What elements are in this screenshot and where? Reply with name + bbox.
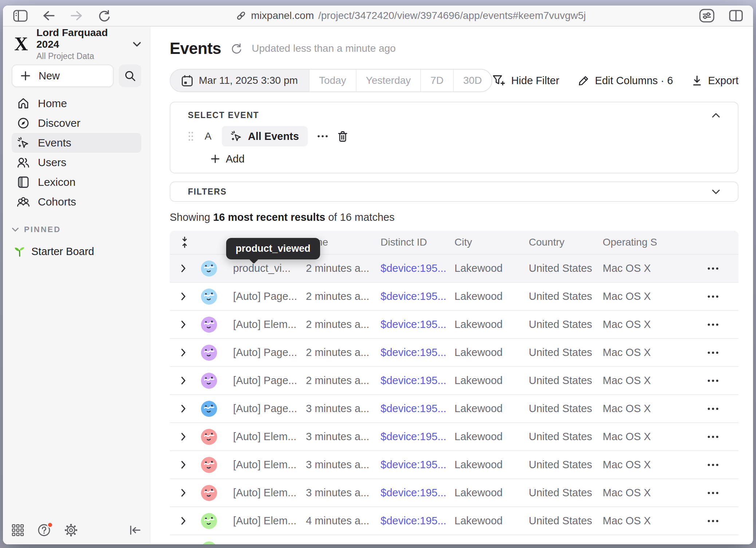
collapse-rows-icon[interactable]: [181, 236, 201, 248]
table-row[interactable]: [Auto] Page... 2 minutes a... $device:19…: [170, 283, 739, 311]
delete-event-icon[interactable]: [338, 131, 348, 142]
row-actions-icon[interactable]: [688, 295, 739, 298]
column-header-distinct-id[interactable]: Distinct ID: [381, 236, 454, 248]
sidebar-item-discover[interactable]: Discover: [12, 113, 141, 133]
expand-row-icon[interactable]: [181, 432, 201, 441]
expand-row-icon[interactable]: [181, 264, 201, 273]
table-row[interactable]: [Auto] Elem... 4 minutes a... $device:19…: [170, 507, 739, 535]
row-actions-icon[interactable]: [688, 435, 739, 438]
address-bar[interactable]: mixpanel.com/project/3472420/view/397469…: [151, 10, 670, 21]
column-header-os[interactable]: Operating S: [603, 236, 688, 248]
sidebar-item-home[interactable]: Home: [12, 94, 141, 113]
range-7d[interactable]: 7D: [421, 70, 454, 91]
row-actions-icon[interactable]: [688, 323, 739, 326]
table-row[interactable]: [Auto] Elem... 3 minutes a... $device:19…: [170, 479, 739, 507]
event-name-cell[interactable]: [Auto] Elem...: [233, 515, 306, 527]
help-button[interactable]: [37, 523, 51, 537]
event-name-cell[interactable]: [Auto] Page...: [233, 403, 306, 415]
expand-row-icon[interactable]: [181, 461, 201, 469]
time-cell: 2 minutes a...: [306, 375, 381, 387]
table-row[interactable]: [Auto] Elem... 3 minutes a... $device:19…: [170, 451, 739, 479]
range-today[interactable]: Today: [310, 70, 357, 91]
expand-row-icon[interactable]: [181, 404, 201, 413]
hide-filter-label: Hide Filter: [511, 75, 559, 87]
distinct-id-cell[interactable]: $device:195...: [381, 318, 454, 330]
new-button[interactable]: New: [12, 64, 114, 87]
table-row[interactable]: [Auto] Page... 3 minutes a... $device:19…: [170, 395, 739, 423]
row-actions-icon[interactable]: [688, 463, 739, 466]
row-actions-icon[interactable]: [688, 492, 739, 494]
range-30d[interactable]: 30D: [454, 70, 492, 91]
event-name-cell[interactable]: [Auto] Elem...: [233, 459, 306, 471]
date-picker[interactable]: Mar 11, 2025 3:30 pm: [170, 70, 310, 91]
split-view-icon[interactable]: [729, 10, 743, 21]
column-header-country[interactable]: Country: [529, 236, 603, 248]
distinct-id-cell[interactable]: $device:195...: [381, 403, 454, 415]
table-row[interactable]: [Auto] Elem... 2 minutes a... $device:19…: [170, 311, 739, 339]
chevron-down-icon[interactable]: [712, 189, 720, 195]
sidebar-item-cohorts[interactable]: Cohorts: [12, 192, 141, 212]
event-name-cell[interactable]: [Auto] Page...: [233, 290, 306, 302]
range-yesterday[interactable]: Yesterday: [357, 70, 421, 91]
event-name-cell[interactable]: [Auto] Page...: [233, 375, 306, 387]
collapse-sidebar-icon[interactable]: [129, 525, 141, 536]
expand-row-icon[interactable]: [181, 292, 201, 301]
row-actions-icon[interactable]: [688, 407, 739, 410]
event-name-cell[interactable]: [Auto] Page...: [233, 347, 306, 359]
hide-filter-button[interactable]: Hide Filter: [492, 75, 559, 87]
table-row[interactable]: [170, 535, 739, 544]
row-actions-icon[interactable]: [688, 267, 739, 270]
event-name-cell[interactable]: product_vi...: [233, 262, 306, 274]
expand-row-icon[interactable]: [181, 376, 201, 385]
refresh-icon[interactable]: [231, 43, 242, 54]
expand-row-icon[interactable]: [181, 517, 201, 525]
row-actions-icon[interactable]: [688, 351, 739, 354]
distinct-id-cell[interactable]: $device:195...: [381, 262, 454, 274]
browser-sidebar-toggle-icon[interactable]: [13, 10, 28, 22]
page-settings-icon[interactable]: [699, 9, 714, 23]
table-row[interactable]: [Auto] Elem... 3 minutes a... $device:19…: [170, 423, 739, 451]
reload-icon[interactable]: [98, 9, 111, 22]
event-name-cell[interactable]: [Auto] Elem...: [233, 487, 306, 499]
row-actions-icon[interactable]: [688, 379, 739, 382]
event-selector-chip[interactable]: All Events: [222, 126, 308, 146]
event-name-cell[interactable]: [Auto] Elem...: [233, 431, 306, 443]
column-header-city[interactable]: City: [454, 236, 529, 248]
forward-icon[interactable]: [70, 10, 83, 21]
browser-titlebar: mixpanel.com/project/3472420/view/397469…: [3, 5, 753, 27]
distinct-id-cell[interactable]: $device:195...: [381, 347, 454, 359]
sidebar-item-lexicon[interactable]: Lexicon: [12, 172, 141, 192]
drag-handle-icon[interactable]: [188, 130, 194, 142]
distinct-id-cell[interactable]: $device:195...: [381, 431, 454, 443]
search-button[interactable]: [119, 64, 141, 87]
expand-row-icon[interactable]: [181, 348, 201, 357]
sidebar-item-events[interactable]: Events: [12, 133, 141, 153]
expand-row-icon[interactable]: [181, 489, 201, 497]
expand-row-icon[interactable]: [181, 320, 201, 329]
country-cell: United States: [529, 403, 603, 415]
sidebar-item-users[interactable]: Users: [12, 153, 141, 172]
settings-gear-icon[interactable]: [64, 523, 78, 537]
distinct-id-cell[interactable]: $device:195...: [381, 487, 454, 499]
add-event-button[interactable]: Add: [188, 152, 720, 166]
distinct-id-cell[interactable]: $device:195...: [381, 375, 454, 387]
table-row[interactable]: [Auto] Page... 2 minutes a... $device:19…: [170, 339, 739, 367]
download-icon: [692, 75, 702, 86]
pinned-section-toggle[interactable]: PINNED: [12, 224, 141, 235]
back-icon[interactable]: [42, 10, 55, 21]
city-cell: Lakewood: [454, 318, 529, 330]
project-switcher[interactable]: X Lord Farquaad 2024 All Project Data: [12, 33, 141, 55]
edit-columns-button[interactable]: Edit Columns · 6: [578, 75, 673, 87]
chevron-up-icon[interactable]: [712, 113, 720, 118]
event-name-cell[interactable]: [Auto] Elem...: [233, 318, 306, 330]
distinct-id-cell[interactable]: $device:195...: [381, 515, 454, 527]
apps-grid-icon[interactable]: [12, 524, 24, 536]
export-button[interactable]: Export: [692, 75, 739, 87]
sidebar-item-starter-board[interactable]: Starter Board: [12, 242, 141, 261]
table-row[interactable]: [Auto] Page... 2 minutes a... $device:19…: [170, 367, 739, 395]
distinct-id-cell[interactable]: $device:195...: [381, 459, 454, 471]
event-more-options-icon[interactable]: [317, 135, 328, 138]
distinct-id-cell[interactable]: $device:195...: [381, 290, 454, 302]
row-actions-icon[interactable]: [688, 520, 739, 522]
sidebar-nav: Home Discover: [12, 94, 141, 212]
